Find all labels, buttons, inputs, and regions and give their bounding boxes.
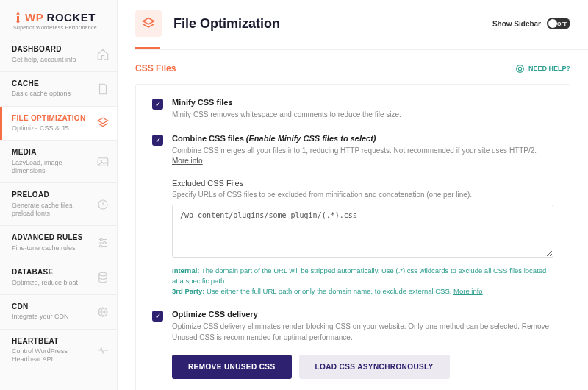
need-help-link[interactable]: NEED HELP?	[515, 64, 570, 74]
layers-icon	[141, 16, 156, 31]
minify-css-checkbox[interactable]: ✓	[152, 99, 163, 110]
nav-preload[interactable]: PRELOADGenerate cache files, preload fon…	[0, 183, 117, 226]
nav-dashboard[interactable]: DASHBOARDGet help, account info	[0, 38, 117, 72]
clock-icon	[96, 198, 110, 211]
nav-list: DASHBOARDGet help, account info CACHEBas…	[0, 38, 117, 372]
main-area: File Optimization Show Sidebar OFF CSS F…	[118, 0, 588, 390]
heartbeat-icon	[96, 344, 110, 357]
combine-css-checkbox[interactable]: ✓	[152, 135, 163, 146]
lifebuoy-icon	[515, 64, 525, 74]
minify-css-field: ✓ Minify CSS files Minify CSS removes wh…	[152, 98, 553, 121]
optimize-css-desc: Optimize CSS delivery eliminates render-…	[172, 322, 553, 343]
sliders-icon	[96, 236, 110, 249]
nav-advanced-rules[interactable]: ADVANCED RULESFine-tune cache rules	[0, 226, 117, 260]
database-icon	[96, 271, 110, 284]
globe-icon	[96, 305, 110, 319]
image-icon	[96, 155, 110, 169]
nav-database[interactable]: DATABASEOptimize, reduce bloat	[0, 260, 117, 295]
page-icon	[135, 10, 162, 37]
svg-point-5	[100, 245, 102, 247]
optimize-css-checkbox[interactable]: ✓	[152, 311, 163, 322]
sidebar: WP ROCKET Superior WordPress Performance…	[0, 0, 118, 390]
show-sidebar-toggle[interactable]: Show Sidebar OFF	[492, 18, 570, 29]
layers-icon	[96, 116, 110, 130]
remove-unused-css-button[interactable]: REMOVE UNUSED CSS	[172, 355, 292, 379]
svg-point-3	[100, 238, 102, 241]
hint-more-info-link[interactable]: More info	[453, 287, 483, 295]
toggle-switch[interactable]: OFF	[547, 18, 570, 29]
page-title: File Optimization	[173, 16, 280, 32]
combine-css-desc: Combine CSS merges all your files into 1…	[172, 146, 553, 167]
svg-point-6	[99, 272, 107, 276]
minify-css-desc: Minify CSS removes whitespace and commen…	[172, 110, 553, 121]
file-icon	[96, 82, 110, 96]
excluded-hint: Internal: The domain part of the URL wil…	[172, 266, 553, 297]
section-title: CSS Files	[135, 63, 176, 74]
minify-css-title: Minify CSS files	[172, 98, 553, 107]
css-files-panel: ✓ Minify CSS files Minify CSS removes wh…	[135, 84, 570, 390]
combine-css-field: ✓ Combine CSS files (Enable Minify CSS f…	[152, 134, 553, 297]
nav-heartbeat[interactable]: HEARTBEATControl WordPress Heartbeat API	[0, 330, 117, 372]
content-scroll[interactable]: CSS Files NEED HELP? ✓ Minify CSS files …	[118, 50, 588, 390]
combine-css-title: Combine CSS files (Enable Minify CSS fil…	[172, 134, 553, 143]
svg-point-4	[104, 242, 106, 244]
brand-logo: WP ROCKET Superior WordPress Performance	[0, 0, 117, 38]
excluded-css-textarea[interactable]	[172, 205, 553, 258]
excluded-desc: Specify URLs of CSS files to be excluded…	[172, 191, 553, 199]
nav-media[interactable]: MEDIALazyLoad, image dimensions	[0, 141, 117, 183]
svg-point-9	[518, 67, 521, 70]
svg-point-8	[517, 65, 524, 72]
topbar: File Optimization Show Sidebar OFF	[118, 0, 588, 37]
nav-file-optimization[interactable]: FILE OPTIMIZATIONOptimize CSS & JS	[0, 107, 117, 141]
combine-more-info-link[interactable]: More info	[172, 157, 203, 165]
load-css-async-button[interactable]: LOAD CSS ASYNCHRONOUSLY	[299, 355, 450, 379]
home-icon	[96, 48, 110, 61]
optimize-css-field: ✓ Optimize CSS delivery Optimize CSS del…	[152, 310, 553, 379]
excluded-label: Excluded CSS Files	[172, 179, 553, 188]
nav-cdn[interactable]: CDNIntegrate your CDN	[0, 295, 117, 330]
nav-cache[interactable]: CACHEBasic cache options	[0, 72, 117, 107]
rocket-logo-icon	[13, 10, 23, 24]
optimize-css-title: Optimize CSS delivery	[172, 310, 553, 319]
